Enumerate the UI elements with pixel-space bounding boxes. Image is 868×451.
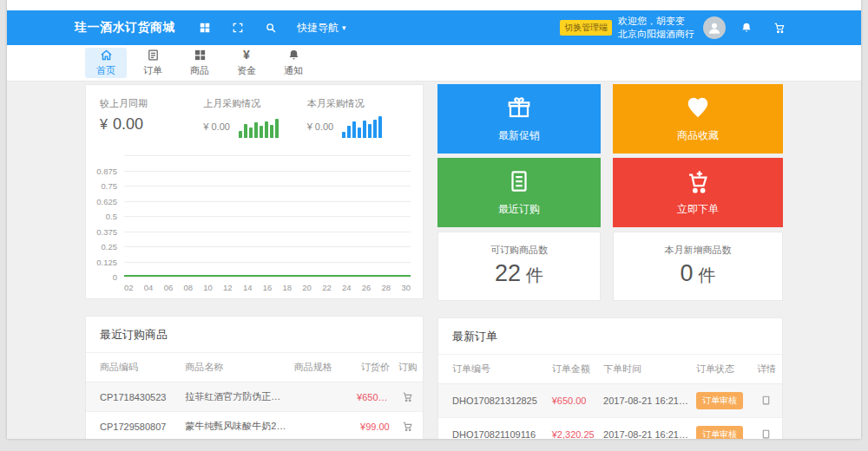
purchase-stats-card: 较上月同期 ¥0.00 上月采购情况 ¥ 0.00 本月采购情况 ¥ 0.0 xyxy=(85,84,424,299)
add-to-cart-icon[interactable] xyxy=(402,421,414,433)
spark-bar xyxy=(378,116,382,138)
spark-bar xyxy=(270,125,273,138)
tab-funds[interactable]: ¥ 资金 xyxy=(226,48,267,78)
tab-orders[interactable]: 订单 xyxy=(132,48,174,78)
column-header: 详情 xyxy=(751,355,782,384)
x-axis-tick: 26 xyxy=(362,283,372,292)
recent-products-title: 最近订购商品 xyxy=(86,317,423,352)
x-axis-tick: 22 xyxy=(322,283,332,292)
product-row: CP1729580807蒙牛纯甄风味酸牛奶200g...¥99.00 xyxy=(86,412,423,440)
order-detail-icon[interactable] xyxy=(760,428,773,439)
spark-bar xyxy=(244,124,247,138)
order-amount: ¥2,320.25 xyxy=(549,418,600,440)
tab-notifications[interactable]: 通知 xyxy=(273,48,314,78)
order-detail-icon[interactable] xyxy=(760,395,773,407)
welcome-user: 欢迎您，胡变变 xyxy=(618,15,694,28)
chart-gridline xyxy=(124,262,411,263)
product-spec xyxy=(291,412,353,440)
spark-bar xyxy=(347,126,351,138)
spark-bar xyxy=(254,122,258,138)
product-code: CP1729580807 xyxy=(86,412,181,440)
welcome-store: 北京向阳烟酒商行 xyxy=(618,28,694,41)
column-header: 订单编号 xyxy=(438,355,549,384)
x-axis-tick: 06 xyxy=(164,283,174,292)
add-to-cart-icon[interactable] xyxy=(402,391,414,403)
avatar[interactable] xyxy=(703,16,726,39)
spark-bar xyxy=(239,131,242,138)
cart-icon[interactable] xyxy=(773,21,786,35)
switch-admin-button[interactable]: 切换管理端 xyxy=(560,20,612,36)
x-axis-tick: 12 xyxy=(223,283,233,292)
x-axis-tick: 04 xyxy=(144,283,154,292)
y-axis-tick: 0.25 xyxy=(102,242,118,252)
order-time: 2017-08-21 16:21:57 xyxy=(600,384,693,418)
chart-gridline xyxy=(124,171,411,172)
spark-bar xyxy=(260,126,263,138)
browser-top-strip xyxy=(7,0,861,10)
quick-tiles: 最新促销 商品收藏 最近订购 立即下单 可订购商品数 22件 xyxy=(437,84,783,301)
dashboard-content: 较上月同期 ¥0.00 上月采购情况 ¥ 0.00 本月采购情况 ¥ 0.0 xyxy=(7,82,861,439)
spark-bar xyxy=(368,124,372,138)
fullscreen-icon[interactable] xyxy=(231,21,245,35)
x-axis-tick: 30 xyxy=(401,283,411,292)
product-row: CP1718430523拉菲红酒官方防伪正品法...¥650.00 xyxy=(86,382,423,412)
recent-products-card: 最近订购商品 商品编码商品名称商品规格订货价订购 CP1718430523拉菲红… xyxy=(85,316,424,439)
product-name: 蒙牛纯甄风味酸牛奶200g... xyxy=(181,412,291,440)
tab-products[interactable]: 商品 xyxy=(179,48,220,78)
x-axis-tick: 14 xyxy=(243,283,253,292)
column-header: 订单金额 xyxy=(549,355,600,384)
spark-bar xyxy=(265,121,268,138)
chart-gridline xyxy=(124,201,411,202)
order-status-badge[interactable]: 订单审核 xyxy=(696,426,743,439)
orders-icon xyxy=(147,49,160,62)
order-status-badge[interactable]: 订单审核 xyxy=(696,392,743,409)
tile-recent-purchases[interactable]: 最近订购 xyxy=(437,158,601,227)
quick-nav-dropdown[interactable]: 快捷导航 ▾ xyxy=(297,21,346,36)
purchase-line-chart: 0.8750.750.6250.50.3750.250.1250 0204060… xyxy=(95,155,411,292)
bell-icon[interactable] xyxy=(740,21,753,35)
y-axis-tick: 0.375 xyxy=(96,226,117,236)
gift-icon xyxy=(506,95,532,121)
chart-gridline xyxy=(124,216,411,217)
tile-product-favorites[interactable]: 商品收藏 xyxy=(613,84,783,154)
product-spec xyxy=(291,382,353,412)
product-price: ¥650.00 xyxy=(353,382,393,412)
product-name: 拉菲红酒官方防伪正品法... xyxy=(181,382,291,412)
heart-icon xyxy=(685,95,711,121)
column-header: 订货价 xyxy=(353,353,393,382)
this-month-sparkline xyxy=(342,115,384,138)
tile-latest-promotions[interactable]: 最新促销 xyxy=(437,84,601,154)
stat-this-month: 本月采购情况 ¥ 0.00 xyxy=(307,97,411,138)
app-title: 珪一酒水订货商城 xyxy=(75,20,175,36)
order-row: DHO170821312825¥650.002017-08-21 16:21:5… xyxy=(438,384,782,418)
x-axis-tick: 08 xyxy=(183,283,193,292)
spark-bar xyxy=(249,127,253,138)
tile-order-now[interactable]: 立即下单 xyxy=(613,158,783,227)
x-axis-tick: 24 xyxy=(342,283,352,292)
product-price: ¥99.00 xyxy=(353,412,393,440)
y-axis-tick: 0.125 xyxy=(96,257,117,266)
y-axis-tick: 0.875 xyxy=(96,166,117,175)
table-header-row: 商品编码商品名称商品规格订货价订购 xyxy=(86,353,423,382)
funds-icon: ¥ xyxy=(240,49,253,62)
chart-x-axis: 020406081012141618202224262830 xyxy=(124,279,411,292)
stat-compare: 较上月同期 ¥0.00 xyxy=(100,97,203,138)
product-code: CP1718430523 xyxy=(86,382,181,412)
x-axis-tick: 28 xyxy=(382,283,391,292)
recent-products-table: 商品编码商品名称商品规格订货价订购 CP1718430523拉菲红酒官方防伪正品… xyxy=(86,352,423,439)
column-header: 订购 xyxy=(393,353,423,382)
column-header: 商品编码 xyxy=(86,353,181,382)
app-header: 珪一酒水订货商城 快捷导航 ▾ 切换管理端 欢迎您，胡变变 北京向阳烟酒商行 xyxy=(7,10,861,45)
products-icon xyxy=(194,49,207,62)
order-number: DHO170821109116 xyxy=(438,418,549,440)
tab-home[interactable]: 首页 xyxy=(85,48,127,78)
order-time: 2017-08-21 16:21:12 xyxy=(600,418,693,440)
spark-bar xyxy=(342,132,345,138)
counter-new-products: 本月新增商品数 0件 xyxy=(613,232,783,301)
search-icon[interactable] xyxy=(264,21,278,35)
spark-bar xyxy=(373,120,377,138)
y-axis-tick: 0.625 xyxy=(96,196,117,206)
x-axis-tick: 16 xyxy=(263,283,273,292)
menu-grid-icon[interactable] xyxy=(198,21,212,35)
x-axis-tick: 02 xyxy=(124,283,134,292)
